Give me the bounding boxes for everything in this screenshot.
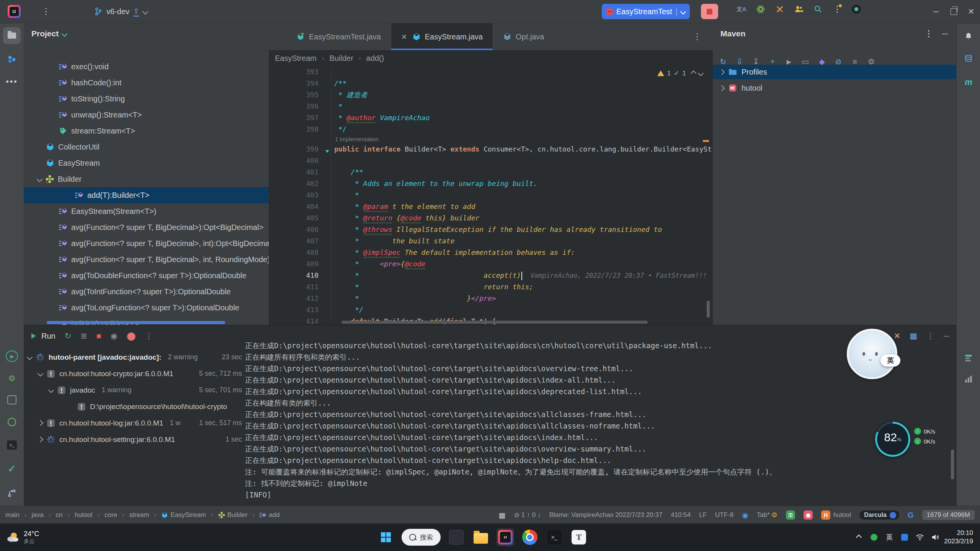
project-tree-item[interactable]: avg(Function<? super T, BigDecimal>, int… <box>24 235 269 251</box>
git-tool-icon[interactable] <box>3 485 21 502</box>
cpu-gauge-overlay[interactable]: 82 % <box>875 422 910 457</box>
code-line[interactable]: 396 * <box>269 101 713 112</box>
code-line[interactable]: 412 * }</pre> <box>269 293 713 304</box>
close-tab-icon[interactable]: ✕ <box>401 33 407 41</box>
highlighting-eye-icon[interactable]: ◉ <box>742 511 748 520</box>
main-menu-icon[interactable]: ⋮ <box>42 10 50 13</box>
project-tree-item[interactable]: avg(ToLongFunction<? super T>):OptionalD… <box>24 300 269 316</box>
coverage-icon[interactable]: ⬤ <box>127 331 136 341</box>
blame-widget[interactable]: Blame: VampireAchao 2022/7/23 20:37 <box>549 511 663 519</box>
status-breadcrumb-item[interactable]: main <box>5 511 20 519</box>
build-tool-icon[interactable]: ⚙ <box>3 370 21 387</box>
project-tree-item[interactable]: unwrap():Stream<T> <box>24 107 269 123</box>
breadcrumb-item[interactable]: add() <box>366 54 384 63</box>
eye-icon[interactable]: ◉ <box>111 331 118 341</box>
alarm-icon[interactable]: ◉ <box>804 510 813 520</box>
more-with-badge-icon[interactable]: ⋮ <box>831 3 844 16</box>
code-line[interactable]: 406 * @throws IllegalStateException if t… <box>269 224 713 235</box>
run-icon[interactable]: ▶ <box>784 58 794 65</box>
build-console[interactable]: 正在生成D:\project\opensource\hutool\hutool-… <box>245 340 946 506</box>
inlay-hint[interactable]: 1 implementation <box>331 135 379 143</box>
editor-vertical-scrollbar[interactable] <box>707 301 710 318</box>
stop-button[interactable] <box>701 4 718 19</box>
terminal-tool-icon[interactable]: >_ <box>3 437 21 453</box>
breadcrumb-item[interactable]: Builder <box>330 54 353 63</box>
project-tree-item[interactable]: add(T):Builder<T> <box>24 187 269 203</box>
project-widget[interactable]: H hutool <box>821 510 851 520</box>
code-line[interactable]: 394/** <box>269 78 713 89</box>
avatar[interactable] <box>850 3 863 16</box>
rerun-icon[interactable]: ↻ <box>65 331 72 341</box>
clock-widget[interactable]: 20:10 2023/2/19 <box>944 529 980 546</box>
console-vertical-scrollbar[interactable] <box>951 450 954 479</box>
hide-panel-icon[interactable]: ─ <box>942 29 948 38</box>
code-line[interactable]: 398 */ <box>269 124 713 135</box>
database-tool-icon[interactable] <box>960 50 977 67</box>
google-icon[interactable]: G <box>908 511 914 520</box>
status-breadcrumb-item[interactable]: Builder <box>218 511 248 519</box>
file-explorer-icon[interactable] <box>472 528 490 546</box>
code-line[interactable]: 401 /** <box>269 166 713 178</box>
run-configuration-widget[interactable]: EasyStreamTest | <box>602 4 690 19</box>
status-breadcrumb-item[interactable]: hutool <box>75 511 92 519</box>
project-tree-item[interactable]: avg(ToIntFunction<? super T>):OptionalDo… <box>24 284 269 300</box>
git-branch-widget[interactable]: v6-dev ⇧ <box>94 7 147 16</box>
app-logo-icon[interactable]: IJ <box>8 5 21 18</box>
start-button[interactable] <box>377 528 395 546</box>
code-line[interactable]: 410 * accept(t)VampireAchao, 2022/7/23 2… <box>269 270 713 281</box>
build-tree-row[interactable]: hutool-parent [javadoc:javadoc]:2 warnin… <box>24 349 246 365</box>
task-view-icon[interactable] <box>448 528 465 546</box>
file-encoding[interactable]: UTF-8 <box>715 511 733 519</box>
translate-icon[interactable]: 文A <box>735 3 748 16</box>
tray-green-app-icon[interactable] <box>867 534 880 541</box>
build-tree-row[interactable]: cn.hutool:hutool-setting:jar:6.0.0.M11 s… <box>24 431 246 448</box>
chevron-down-icon[interactable] <box>27 354 33 360</box>
taskbar-search[interactable]: 搜索 <box>402 529 441 546</box>
status-breadcrumb-item[interactable]: add <box>260 511 279 519</box>
search-icon[interactable] <box>812 3 825 16</box>
tray-expand-icon[interactable] <box>852 535 865 540</box>
chevron-right-icon[interactable] <box>38 437 44 443</box>
ime-indicator[interactable]: 英 <box>883 533 896 542</box>
code-line[interactable]: 393 <box>269 66 713 78</box>
build-tree-row[interactable]: cn.hutool:hutool-crypto:jar:6.0.0.M15 se… <box>24 365 246 382</box>
build-tree-row[interactable]: D:\project\opensource\hutool\hutool-cryp… <box>24 398 246 415</box>
code-line[interactable]: 405 * @return {@code this} builder <box>269 212 713 224</box>
chrome-icon[interactable] <box>521 528 539 546</box>
status-breadcrumb-item[interactable]: java <box>32 511 44 519</box>
more-tool-windows-icon[interactable]: ••• <box>3 73 21 90</box>
structure-tool-icon[interactable] <box>3 51 21 68</box>
profiler-tool-icon[interactable] <box>960 371 977 388</box>
typora-icon[interactable]: T <box>570 528 588 546</box>
stop-icon[interactable]: ■ <box>96 331 101 341</box>
run-tab[interactable]: Run <box>30 332 56 341</box>
intellij-idea-icon[interactable]: IJ <box>497 528 514 546</box>
code-line[interactable]: 403 * <box>269 189 713 201</box>
chevron-down-icon[interactable] <box>48 387 54 393</box>
services-tool-icon[interactable] <box>3 391 21 408</box>
chevron-down-icon[interactable] <box>38 371 44 377</box>
project-tree-item[interactable]: avg(ToDoubleFunction<? super T>):Optiona… <box>24 267 269 284</box>
line-ending[interactable]: LF <box>699 511 707 519</box>
panel-options-icon[interactable]: ⋮ <box>926 331 934 341</box>
maximize-button[interactable] <box>945 3 962 20</box>
weather-widget[interactable]: 24°C 多云 <box>0 530 39 545</box>
status-breadcrumb-item[interactable]: stream <box>129 511 149 519</box>
layout-icon[interactable]: ▦ <box>910 331 917 341</box>
caret-position[interactable]: 410:54 <box>671 511 691 519</box>
editor-horizontal-scrollbar[interactable] <box>341 321 648 324</box>
project-tree-item[interactable]: toString():String <box>24 91 269 107</box>
code-line[interactable]: 395 * 建造者 <box>269 89 713 101</box>
project-tree-item[interactable]: stream:Stream<T> <box>24 123 269 139</box>
notifications-bell-icon[interactable] <box>960 28 977 45</box>
maven-tool-icon[interactable]: m <box>960 74 977 91</box>
close-button[interactable]: ✕ <box>962 3 980 20</box>
project-panel-header[interactable]: Project <box>24 23 269 44</box>
minimize-panel-icon[interactable]: ─ <box>944 331 949 341</box>
users-icon[interactable] <box>792 3 805 16</box>
maven-options-icon[interactable]: ⋮ <box>924 32 933 36</box>
code-line[interactable]: 404 * @param t the element to add <box>269 201 713 212</box>
tab-easystreamtest[interactable]: EasyStreamTest.java <box>286 23 391 50</box>
build-tree-row[interactable]: cn.hutool:hutool-log:jar:6.0.0.M11 w1 se… <box>24 415 246 431</box>
volume-icon[interactable] <box>929 533 942 542</box>
